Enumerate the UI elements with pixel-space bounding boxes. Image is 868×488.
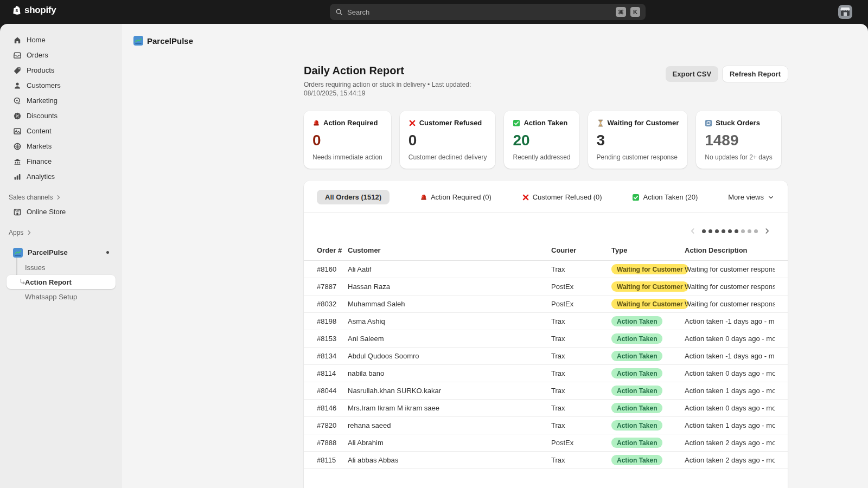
sidebar-subitem-whatsapp-setup[interactable]: Whatsapp Setup bbox=[7, 290, 116, 304]
summary-card-action-required: Action Required0Needs immediate action bbox=[304, 111, 391, 169]
card-caption: Customer declined delivery bbox=[409, 153, 487, 161]
sidebar-item-label: Markets bbox=[27, 142, 52, 150]
type-cell: Waiting for Customer bbox=[611, 264, 685, 274]
store-avatar[interactable] bbox=[838, 5, 852, 19]
order-number-cell: #8115 bbox=[317, 456, 348, 464]
summary-card-customer-refused: Customer Refused0Customer declined deliv… bbox=[400, 111, 496, 169]
customers-icon bbox=[13, 81, 22, 90]
apps-header[interactable]: Apps bbox=[9, 229, 113, 236]
more-views-dropdown[interactable]: More views bbox=[728, 193, 775, 201]
sidebar-item-home[interactable]: Home bbox=[7, 33, 116, 47]
shopify-logo[interactable]: S shopify bbox=[12, 5, 56, 16]
refresh-report-button[interactable]: Refresh Report bbox=[723, 66, 788, 82]
next-page-chevron[interactable] bbox=[763, 227, 771, 235]
tab-action-required-0[interactable]: Action Required (0) bbox=[420, 193, 492, 201]
status-badge: Action Taken bbox=[611, 351, 662, 361]
sidebar-subitem-action-report[interactable]: Action Report bbox=[7, 275, 116, 289]
page-dot[interactable] bbox=[709, 229, 712, 233]
table-row: #8160Ali AatifTraxWaiting for CustomerWa… bbox=[304, 261, 788, 278]
card-value: 1489 bbox=[705, 132, 772, 149]
parcelpulse-app-icon bbox=[13, 248, 23, 258]
sidebar-item-orders[interactable]: Orders bbox=[7, 48, 116, 62]
alarm-icon bbox=[420, 194, 427, 201]
sidebar-item-label: Orders bbox=[27, 51, 48, 59]
shopify-wordmark: shopify bbox=[24, 5, 56, 16]
shortcut-cmd-key: ⌘ bbox=[616, 7, 626, 17]
sidebar-item-content[interactable]: Content bbox=[7, 124, 116, 138]
summary-card-stuck-orders: Stuck Orders1489No updates for 2+ days bbox=[696, 111, 781, 169]
sidebar-item-finance[interactable]: Finance bbox=[7, 154, 116, 169]
analytics-icon bbox=[13, 172, 22, 181]
sidebar-item-label: Analytics bbox=[27, 172, 55, 181]
sidebar-item-products[interactable]: Products bbox=[7, 63, 116, 78]
page-dot[interactable] bbox=[754, 229, 758, 233]
page-dot[interactable] bbox=[728, 229, 732, 233]
page-dot[interactable] bbox=[722, 229, 725, 233]
home-icon bbox=[13, 36, 22, 44]
courier-cell: PostEx bbox=[551, 439, 611, 447]
sidebar-item-parcelpulse[interactable]: ParcelPulse bbox=[7, 245, 116, 260]
svg-text:S: S bbox=[15, 8, 18, 13]
main-content: ParcelPulse Daily Action Report Orders r… bbox=[122, 24, 868, 488]
page-dot[interactable] bbox=[735, 229, 738, 233]
courier-cell: Trax bbox=[551, 265, 611, 273]
page-dot[interactable] bbox=[715, 229, 719, 233]
table-row: #7820rehana saeedTraxAction TakenAction … bbox=[304, 417, 788, 434]
sidebar-item-label: Online Store bbox=[27, 208, 66, 216]
sidebar-item-discounts[interactable]: Discounts bbox=[7, 108, 116, 123]
summary-cards-row: Action Required0Needs immediate actionCu… bbox=[304, 111, 788, 169]
page-dot[interactable] bbox=[702, 229, 706, 233]
tab-customer-refused-0[interactable]: Customer Refused (0) bbox=[522, 193, 602, 201]
export-csv-button[interactable]: Export CSV bbox=[666, 66, 719, 82]
sidebar-item-marketing[interactable]: Marketing bbox=[7, 93, 116, 108]
admin-shell: HomeOrdersProductsCustomersMarketingDisc… bbox=[0, 24, 868, 488]
courier-cell: PostEx bbox=[551, 282, 611, 291]
orders-icon bbox=[13, 51, 22, 60]
sidebar-item-online-store[interactable]: Online Store bbox=[7, 204, 116, 219]
card-label: Stuck Orders bbox=[716, 119, 760, 127]
sidebar-item-customers[interactable]: Customers bbox=[7, 78, 116, 93]
sidebar-item-label: Home bbox=[27, 36, 46, 44]
customer-cell: Ani Saleem bbox=[348, 335, 551, 343]
action-description-cell: Action taken -1 days ago - mo bbox=[685, 352, 775, 360]
order-number-cell: #7887 bbox=[317, 282, 348, 291]
sales-channels-header[interactable]: Sales channels bbox=[9, 194, 113, 201]
sidebar-subitem-issues[interactable]: Issues bbox=[7, 260, 116, 274]
type-cell: Action Taken bbox=[611, 386, 685, 396]
order-number-cell: #8044 bbox=[317, 387, 348, 395]
check-icon bbox=[632, 194, 640, 201]
customer-cell: Ali abbas Abbas bbox=[348, 456, 551, 464]
shopify-bag-icon: S bbox=[12, 5, 22, 15]
global-search[interactable]: ⌘ K bbox=[330, 4, 646, 20]
table-header: Order #CustomerCourierTypeAction Descrip… bbox=[304, 240, 788, 261]
status-badge: Waiting for Customer bbox=[611, 299, 688, 309]
action-description-cell: Waiting for customer respons bbox=[685, 265, 775, 273]
table-row: #8134Abdul Qudoos SoomroTraxAction Taken… bbox=[304, 348, 788, 365]
order-number-cell: #8114 bbox=[317, 369, 348, 377]
app-name-label: ParcelPulse bbox=[28, 248, 68, 256]
orders-table-card: All Orders (1512)Action Required (0)Cust… bbox=[304, 181, 788, 488]
type-header: Type bbox=[611, 246, 685, 254]
status-badge: Action Taken bbox=[611, 368, 662, 378]
hourglass-icon bbox=[597, 119, 604, 127]
action-description-cell: Action taken -1 days ago - mo bbox=[685, 317, 775, 325]
order-number-cell: #8160 bbox=[317, 265, 348, 273]
last-updated-timestamp: 08/10/2025, 15:44:19 bbox=[304, 89, 365, 97]
order-number-cell: #7888 bbox=[317, 439, 348, 447]
page-dot[interactable] bbox=[741, 229, 745, 233]
prev-page-chevron[interactable] bbox=[689, 227, 697, 235]
table-row: #8198Asma AshiqTraxAction TakenAction ta… bbox=[304, 313, 788, 330]
pagination bbox=[304, 213, 788, 240]
search-input[interactable] bbox=[347, 8, 611, 16]
tab-label: Action Required (0) bbox=[431, 193, 492, 201]
sidebar-item-analytics[interactable]: Analytics bbox=[7, 169, 116, 184]
order-number-cell: #8198 bbox=[317, 317, 348, 325]
action-description-cell: Action taken 2 days ago - mor bbox=[685, 439, 775, 447]
tab-all-orders-1512[interactable]: All Orders (1512) bbox=[317, 190, 390, 204]
page-dot[interactable] bbox=[748, 229, 751, 233]
sidebar-item-markets[interactable]: Markets bbox=[7, 139, 116, 153]
card-value: 20 bbox=[513, 132, 570, 149]
customer-cell: Muhammad Saleh bbox=[348, 300, 551, 308]
order-number-cell: #8153 bbox=[317, 335, 348, 343]
tab-action-taken-20[interactable]: Action Taken (20) bbox=[632, 193, 698, 201]
